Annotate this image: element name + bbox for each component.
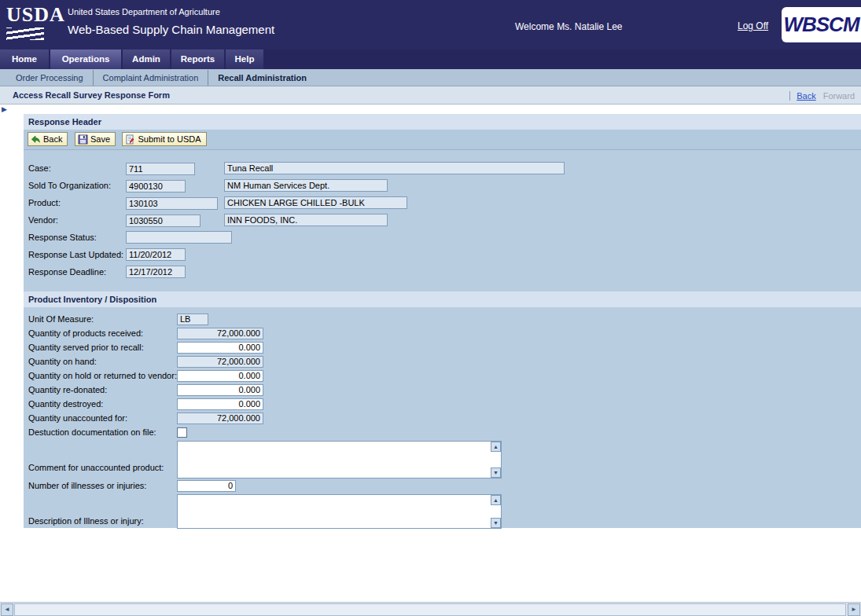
- product-code-field[interactable]: [126, 197, 218, 210]
- qty-on-hand-field[interactable]: [177, 356, 263, 368]
- top-header: USDA United States Department of Agricul…: [0, 0, 861, 50]
- last-updated-label: Response Last Updated:: [28, 250, 126, 259]
- sold-to-code-field[interactable]: [126, 180, 186, 192]
- scroll-left-icon[interactable]: ◄: [1, 603, 13, 616]
- sold-to-label: Sold To Organization:: [28, 181, 126, 190]
- description-label: Description of Illness or injury:: [28, 516, 177, 529]
- tab-reports[interactable]: Reports: [171, 50, 224, 69]
- illnesses-field[interactable]: [177, 480, 236, 492]
- qty-received-field[interactable]: [177, 328, 263, 339]
- submit-to-usda-button[interactable]: Submit to USDA: [122, 132, 206, 146]
- qty-destroyed-field[interactable]: [177, 398, 263, 410]
- scrollbar-thumb[interactable]: [14, 603, 846, 616]
- qty-unaccounted-label: Quantity unaccounted for:: [28, 413, 177, 423]
- screen: USDA United States Department of Agricul…: [0, 0, 861, 616]
- destruction-doc-label: Destuction documentation on file:: [28, 427, 177, 437]
- subnav-complaint-administration[interactable]: Complaint Administration: [93, 70, 208, 86]
- section-inventory-disposition: Product Inventory / Disposition: [24, 292, 861, 307]
- qty-on-hand-label: Quantity on hand:: [28, 357, 177, 366]
- usda-logo: USDA: [6, 4, 63, 45]
- subnav-recall-administration[interactable]: Recall Administration: [208, 70, 316, 86]
- log-off-link[interactable]: Log Off: [738, 20, 768, 31]
- tab-operations[interactable]: Operations: [50, 50, 121, 69]
- inventory-form: Unit Of Measure: Quantity of products re…: [24, 307, 861, 529]
- qty-redonated-label: Quantity re-donated:: [28, 385, 177, 394]
- field-row-response-status: Response Status:: [24, 229, 861, 246]
- horizontal-scrollbar[interactable]: ◄ ►: [0, 602, 861, 616]
- application-title: Web-Based Supply Chain Management: [68, 23, 274, 36]
- history-forward-link-disabled: Forward: [823, 91, 855, 101]
- save-button[interactable]: Save: [75, 132, 116, 146]
- wbscm-logo: WBSCM: [782, 7, 861, 42]
- sub-nav-bar: Order Processing Complaint Administratio…: [0, 69, 861, 86]
- subnav-order-processing[interactable]: Order Processing: [6, 70, 93, 86]
- deadline-field[interactable]: [126, 266, 186, 278]
- comment-scroll-up-icon[interactable]: ▲: [491, 442, 501, 452]
- recall-response-panel: Response Header Back Save Submit to USDA…: [24, 114, 861, 528]
- description-textarea[interactable]: [177, 494, 502, 529]
- usda-logo-text: USDA: [6, 4, 63, 26]
- qty-redonated-field[interactable]: [177, 384, 263, 396]
- qty-served-field[interactable]: [177, 342, 263, 354]
- qty-destroyed-label: Quantity destroyed:: [28, 399, 177, 409]
- field-row-product: Product:: [24, 194, 861, 211]
- page-title: Access Recall Survey Response Form: [13, 86, 170, 104]
- section-response-header: Response Header: [24, 114, 861, 130]
- field-row-qty-served: Quantity served prior to recall:: [24, 340, 861, 354]
- comment-scroll-down-icon[interactable]: ▼: [491, 468, 501, 478]
- save-floppy-icon: [78, 134, 88, 145]
- submit-form-icon: [125, 134, 135, 145]
- field-row-case: Case:: [24, 160, 861, 177]
- tab-admin[interactable]: Admin: [123, 50, 170, 69]
- tab-home[interactable]: Home: [0, 50, 49, 69]
- field-row-description: Description of Illness or injury: ▲ ▼: [24, 494, 861, 529]
- vendor-code-field[interactable]: [126, 214, 201, 227]
- tab-help[interactable]: Help: [226, 50, 263, 69]
- panel-collapse-arrow-icon[interactable]: ▶: [2, 105, 7, 113]
- header-titles: United States Department of Agriculture …: [68, 7, 274, 36]
- qty-received-label: Quantity of products received:: [28, 328, 177, 338]
- save-button-label: Save: [90, 134, 110, 144]
- field-row-destruction-doc: Destuction documentation on file:: [24, 425, 861, 439]
- case-label: Case:: [28, 163, 126, 173]
- field-row-comment: Comment for unaccounted product: ▲ ▼: [24, 441, 861, 478]
- usda-flag-stripes-icon: [6, 28, 44, 40]
- welcome-text: Welcome Ms. Natalie Lee: [515, 21, 623, 32]
- description-scroll-down-icon[interactable]: ▼: [491, 518, 501, 528]
- product-name-field[interactable]: [224, 196, 407, 209]
- deadline-label: Response Deadline:: [28, 267, 126, 277]
- description-scroll-up-icon[interactable]: ▲: [491, 495, 501, 505]
- submit-button-label: Submit to USDA: [138, 134, 201, 144]
- vendor-name-field[interactable]: [224, 214, 388, 226]
- qty-on-hold-field[interactable]: [177, 370, 263, 382]
- comment-label: Comment for unaccounted product:: [28, 463, 177, 478]
- history-back-link[interactable]: Back: [797, 91, 815, 101]
- response-status-field[interactable]: [126, 231, 232, 244]
- response-status-label: Response Status:: [28, 233, 126, 242]
- field-row-qty-unaccounted: Quantity unaccounted for:: [24, 411, 861, 425]
- sold-to-name-field[interactable]: [224, 179, 388, 192]
- field-row-unit-of-measure: Unit Of Measure:: [24, 312, 861, 326]
- field-row-qty-on-hand: Quantity on hand:: [24, 354, 861, 368]
- field-row-last-updated: Response Last Updated:: [24, 246, 861, 263]
- qty-unaccounted-field[interactable]: [177, 412, 263, 424]
- illnesses-label: Number of illnesses or injuries:: [28, 481, 177, 490]
- field-row-qty-redonated: Quantity re-donated:: [24, 383, 861, 397]
- scroll-right-icon[interactable]: ►: [848, 603, 860, 616]
- comment-textarea[interactable]: [177, 441, 502, 478]
- case-code-field[interactable]: [126, 163, 195, 175]
- back-button[interactable]: Back: [28, 132, 68, 146]
- case-name-field[interactable]: [224, 162, 565, 174]
- response-header-form: Case: Sold To Organization: Product: Ven…: [24, 150, 861, 280]
- main-tab-bar: Home Operations Admin Reports Help: [0, 50, 861, 69]
- form-toolbar: Back Save Submit to USDA: [24, 130, 861, 150]
- last-updated-field[interactable]: [126, 248, 186, 261]
- field-row-qty-destroyed: Quantity destroyed:: [24, 397, 861, 411]
- destruction-doc-checkbox[interactable]: [177, 427, 187, 438]
- department-line: United States Department of Agriculture: [68, 7, 274, 16]
- product-label: Product:: [28, 198, 126, 207]
- separator: [789, 91, 790, 101]
- unit-of-measure-field[interactable]: [177, 314, 208, 325]
- field-row-sold-to: Sold To Organization:: [24, 177, 861, 194]
- vendor-label: Vendor:: [28, 215, 126, 225]
